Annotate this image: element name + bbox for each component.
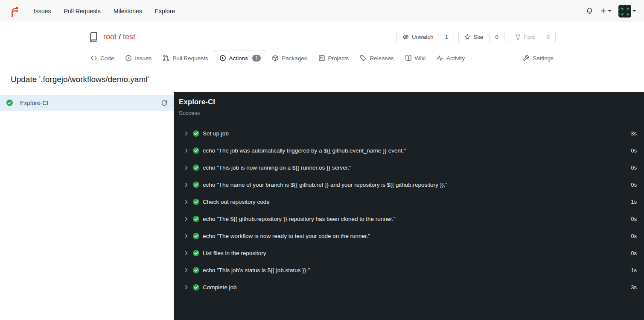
tab-issues[interactable]: Issues xyxy=(119,50,157,66)
refresh-icon[interactable] xyxy=(161,100,168,106)
step-row[interactable]: echo "This job's status is ${{ job.statu… xyxy=(174,261,644,279)
chevron-right-icon[interactable] xyxy=(184,165,189,170)
repo-title-row: root / test Unwatch 1 xyxy=(85,31,559,43)
fork-label: Fork xyxy=(524,34,535,40)
chevron-right-icon[interactable] xyxy=(184,131,189,136)
tab-label: Actions xyxy=(229,55,248,62)
actions-count-badge: 1 xyxy=(252,55,261,62)
step-row[interactable]: echo "The workflow is now ready to test … xyxy=(174,227,644,244)
step-row[interactable]: echo "The job was automatically triggere… xyxy=(174,142,644,159)
step-duration: 1s xyxy=(626,199,637,205)
stars-count[interactable]: 0 xyxy=(490,31,504,43)
step-success-icon xyxy=(192,284,200,291)
fork-button[interactable]: Fork xyxy=(509,31,541,43)
tab-code[interactable]: Code xyxy=(85,50,119,66)
step-row[interactable]: echo "This job is now running on a ${{ r… xyxy=(174,159,644,176)
chevron-right-icon[interactable] xyxy=(184,217,189,221)
job-name: Explore-CI xyxy=(20,100,48,106)
chevron-right-icon[interactable] xyxy=(184,182,189,187)
tab-label: Wiki xyxy=(415,55,426,62)
step-success-icon xyxy=(192,267,200,274)
star-button-group: Star 0 xyxy=(458,31,504,43)
step-duration: 1s xyxy=(626,267,637,273)
step-duration: 0s xyxy=(626,147,637,154)
repo-action-buttons: Unwatch 1 Star 0 xyxy=(396,31,556,43)
step-row[interactable]: Set up job3s xyxy=(174,125,644,142)
pulse-icon xyxy=(437,55,443,62)
tab-actions[interactable]: Actions 1 xyxy=(214,50,267,66)
repo-separator: / xyxy=(119,32,121,41)
step-name: Set up job xyxy=(203,130,229,137)
step-name: List files in the repository xyxy=(203,250,266,256)
step-row[interactable]: Check out repository code1s xyxy=(174,193,644,210)
tab-wiki[interactable]: Wiki xyxy=(399,50,431,66)
tab-pull-requests[interactable]: Pull Requests xyxy=(157,50,213,66)
chevron-right-icon[interactable] xyxy=(184,234,189,238)
chevron-right-icon[interactable] xyxy=(184,200,189,204)
star-label: Star xyxy=(474,34,484,40)
step-name: echo "The workflow is now ready to test … xyxy=(203,233,370,239)
step-duration: 3s xyxy=(626,130,637,137)
job-success-icon xyxy=(6,99,13,106)
step-success-icon xyxy=(192,215,200,223)
eye-off-icon xyxy=(402,34,409,40)
top-navbar: Issues Pull Requests Milestones Explore xyxy=(0,0,644,22)
repo-owner-link[interactable]: root xyxy=(103,32,117,41)
step-name: echo "This job is now running on a ${{ r… xyxy=(203,164,351,171)
step-duration: 0s xyxy=(626,216,637,222)
nav-item-milestones[interactable]: Milestones xyxy=(107,4,149,18)
step-success-icon xyxy=(192,147,200,154)
step-success-icon xyxy=(192,164,200,171)
run-status: Success xyxy=(179,110,637,116)
step-name: Check out repository code xyxy=(203,199,270,205)
step-row[interactable]: List files in the repository0s xyxy=(174,244,644,261)
tab-settings[interactable]: Settings xyxy=(517,50,559,66)
tab-label: Projects xyxy=(328,55,349,62)
nav-item-explore[interactable]: Explore xyxy=(149,4,181,18)
star-button[interactable]: Star xyxy=(459,31,490,43)
tab-packages[interactable]: Packages xyxy=(266,50,312,66)
caret-down-icon xyxy=(632,9,636,13)
caret-down-icon xyxy=(608,9,612,13)
tab-activity[interactable]: Activity xyxy=(431,50,470,66)
project-icon xyxy=(318,55,325,62)
chevron-right-icon[interactable] xyxy=(184,268,189,273)
forks-count[interactable]: 0 xyxy=(541,31,555,43)
steps-list: Set up job3secho "The job was automatica… xyxy=(174,122,644,298)
step-row[interactable]: Complete job3s xyxy=(174,279,644,296)
chevron-right-icon[interactable] xyxy=(184,285,189,290)
issue-icon xyxy=(125,55,132,62)
tag-icon xyxy=(360,55,367,62)
step-success-icon xyxy=(192,250,200,257)
repo-name-link[interactable]: test xyxy=(123,32,135,41)
step-name: echo "This job's status is ${{ job.statu… xyxy=(203,267,310,273)
step-success-icon xyxy=(192,181,200,188)
step-duration: 0s xyxy=(626,182,637,188)
user-menu-button[interactable] xyxy=(618,5,636,18)
tab-label: Activity xyxy=(446,55,465,62)
nav-item-issues[interactable]: Issues xyxy=(27,4,57,18)
forgejo-logo-icon[interactable] xyxy=(8,5,20,18)
step-success-icon xyxy=(192,232,200,240)
tab-label: Releases xyxy=(370,55,393,62)
step-row[interactable]: echo "The name of your branch is ${{ git… xyxy=(174,176,644,193)
book-icon xyxy=(405,55,412,62)
chevron-right-icon[interactable] xyxy=(184,148,189,153)
step-name: echo "The ${{ github.repository }} repos… xyxy=(203,216,396,222)
tab-releases[interactable]: Releases xyxy=(354,50,399,66)
nav-item-pull-requests[interactable]: Pull Requests xyxy=(57,4,107,18)
step-success-icon xyxy=(192,198,200,206)
notifications-button[interactable] xyxy=(586,7,593,15)
unwatch-button[interactable]: Unwatch xyxy=(397,31,439,43)
bell-icon xyxy=(586,7,593,15)
tab-projects[interactable]: Projects xyxy=(313,50,355,66)
plus-icon xyxy=(600,8,606,14)
watchers-count[interactable]: 1 xyxy=(439,31,453,43)
chevron-right-icon[interactable] xyxy=(184,251,189,255)
step-name: echo "The job was automatically triggere… xyxy=(203,147,406,154)
step-duration: 3s xyxy=(626,284,637,291)
jobs-sidebar: Explore-CI xyxy=(0,92,174,320)
create-new-button[interactable] xyxy=(600,8,612,14)
job-item-explore-ci[interactable]: Explore-CI xyxy=(0,95,174,111)
step-row[interactable]: echo "The ${{ github.repository }} repos… xyxy=(174,210,644,227)
